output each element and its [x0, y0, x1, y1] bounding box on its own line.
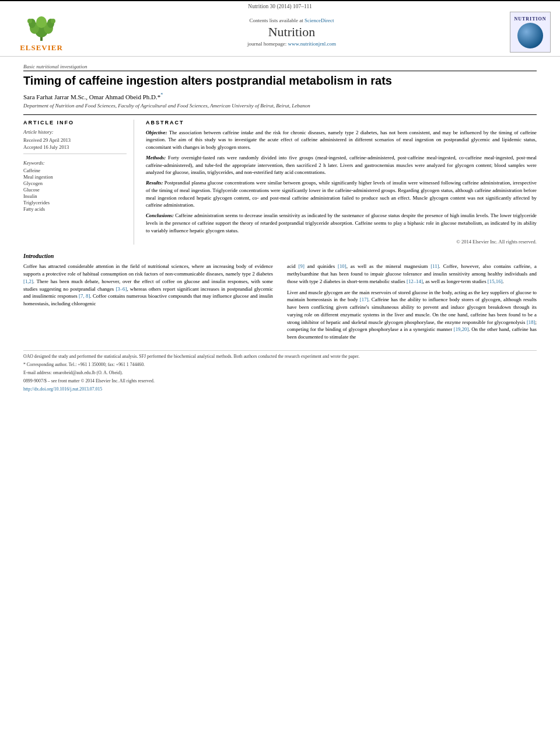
homepage-link[interactable]: www.nutritionjrnl.com — [288, 41, 336, 47]
abstract-methods: Methods: Forty overnight-fasted rats wer… — [146, 154, 537, 176]
contents-text: Contents lists available at — [250, 18, 303, 23]
article-info-title: ARTICLE INFO — [23, 120, 127, 126]
keyword-fatty-acids: Fatty acids — [23, 206, 127, 212]
footnote-area: OAO designed the study and performed the… — [23, 350, 537, 393]
objective-label: Objective: — [146, 130, 167, 135]
svg-point-7 — [27, 19, 32, 23]
abstract-text: Objective: The association between caffe… — [146, 129, 537, 235]
footnote-corresponding: * Corresponding author. Tel.: +961 1 350… — [23, 362, 537, 368]
body-right-col: acid [9] and quinides [10], as well as t… — [287, 263, 537, 344]
nutrition-globe-icon — [517, 23, 543, 48]
abstract-objective: Objective: The association between caffe… — [146, 129, 537, 151]
abstract-results: Results: Postprandial plasma glucose con… — [146, 179, 537, 209]
results-label: Results: — [146, 180, 163, 186]
intro-para-left: Coffee has attracted considerable attent… — [23, 263, 273, 308]
email-label: E-mail address: — [23, 370, 52, 375]
ref-1-2[interactable]: [1,2] — [23, 278, 33, 284]
journal-citation: Nutrition 30 (2014) 107–111 — [248, 4, 312, 9]
conclusions-label: Conclusions: — [146, 212, 174, 218]
homepage-line: journal homepage: www.nutritionjrnl.com — [74, 41, 510, 47]
body-section: Introduction Coffee has attracted consid… — [23, 253, 537, 344]
abstract-conclusions: Conclusions: Caffeine administration see… — [146, 212, 537, 234]
nutrition-logo-box: NUTRITION — [510, 12, 551, 53]
body-left-text: Coffee has attracted considerable attent… — [23, 263, 273, 308]
elsevier-logo: ELSEVIER — [9, 12, 74, 53]
journal-header-inner: ELSEVIER Contents lists available at Sci… — [0, 12, 560, 53]
doi-link[interactable]: http://dx.doi.org/10.1016/j.nut.2013.07.… — [23, 386, 102, 392]
body-right-text: acid [9] and quinides [10], as well as t… — [287, 263, 537, 341]
results-text: Postprandial plasma glucose concentratio… — [146, 180, 537, 208]
footnote-email-line: E-mail address: omarobeid@aub.edu.lb (O.… — [23, 370, 537, 376]
ref-12-14[interactable]: [12–14] — [407, 278, 423, 284]
methods-text: Forty overnight-fasted rats were randoml… — [146, 155, 537, 176]
keyword-glycogen: Glycogen — [23, 180, 127, 186]
svg-point-8 — [51, 19, 55, 23]
ref-19-20[interactable]: [19,20] — [454, 326, 469, 332]
ref-17[interactable]: [17] — [360, 297, 369, 302]
sciencedirect-link[interactable]: ScienceDirect — [304, 18, 334, 23]
footnote-oao: OAO designed the study and performed the… — [23, 354, 537, 360]
keyword-glucose: Glucose — [23, 187, 127, 193]
body-two-col: Coffee has attracted considerable attent… — [23, 263, 537, 344]
intro-para-right-2: Liver and muscle glycogen are the main r… — [287, 289, 537, 341]
history-label: Article history: — [23, 129, 127, 135]
email-address: omarobeid@aub.edu.lb (O. A. Obeid). — [53, 370, 123, 375]
keyword-meal-ingestion: Meal ingestion — [23, 174, 127, 180]
divider — [23, 154, 127, 154]
elsevier-tree-icon — [22, 12, 61, 42]
ref-10[interactable]: [10] — [338, 263, 346, 269]
corresponding-marker: * — [160, 92, 163, 97]
keyword-insulin: Insulin — [23, 193, 127, 199]
section-label: Basic nutritional investigation — [23, 64, 537, 71]
ref-18[interactable]: [18] — [527, 319, 536, 325]
authors-line: Sara Farhat Jarrar M.Sc., Omar Ahmad Obe… — [23, 92, 537, 100]
ref-9[interactable]: [9] — [299, 263, 304, 269]
keywords-label: Keywords: — [23, 160, 127, 166]
nutrition-logo-text: NUTRITION — [514, 16, 546, 22]
objective-text: The association between caffeine intake … — [146, 130, 537, 151]
elsevier-label: ELSEVIER — [20, 43, 63, 53]
doi-line: http://dx.doi.org/10.1016/j.nut.2013.07.… — [23, 386, 537, 393]
affiliation: Department of Nutrition and Food Science… — [23, 103, 537, 109]
svg-point-4 — [36, 16, 47, 28]
journal-center: Contents lists available at ScienceDirec… — [74, 18, 510, 47]
conclusions-text: Caffeine administration seems to decreas… — [146, 212, 537, 233]
ref-3-6[interactable]: [3–6] — [116, 286, 127, 292]
journal-header: Nutrition 30 (2014) 107–111 ELSEVIER — [0, 0, 560, 57]
abstract-col: ABSTRACT Objective: The association betw… — [146, 120, 537, 245]
copyright-line: © 2014 Elsevier Inc. All rights reserved… — [146, 239, 537, 245]
article-title: Timing of caffeine ingestion alters post… — [23, 74, 537, 88]
ref-11[interactable]: [11] — [430, 263, 439, 269]
keyword-triglycerides: Triglycerides — [23, 200, 127, 205]
body-left-col: Coffee has attracted considerable attent… — [23, 263, 273, 344]
journal-title: Nutrition — [74, 25, 510, 40]
accepted-date: Accepted 16 July 2013 — [23, 144, 127, 150]
homepage-prefix: journal homepage: — [247, 41, 286, 47]
abstract-title: ABSTRACT — [146, 120, 537, 126]
received-date: Received 29 April 2013 — [23, 137, 127, 143]
intro-heading: Introduction — [23, 253, 537, 259]
ref-7-8[interactable]: [7, 8] — [79, 293, 90, 299]
keyword-caffeine: Caffeine — [23, 168, 127, 173]
ref-15-16[interactable]: [15,16] — [488, 278, 503, 284]
methods-label: Methods: — [146, 155, 166, 161]
article-container: Basic nutritional investigation Timing o… — [0, 64, 560, 392]
intro-para-right-1: acid [9] and quinides [10], as well as t… — [287, 263, 537, 285]
authors-text: Sara Farhat Jarrar M.Sc., Omar Ahmad Obe… — [23, 93, 160, 100]
article-info-abstract-section: ARTICLE INFO Article history: Received 2… — [23, 114, 537, 245]
keywords-section: Keywords: Caffeine Meal ingestion Glycog… — [23, 160, 127, 212]
issn-line: 0899-9007/$ – see front matter © 2014 El… — [23, 378, 537, 385]
contents-line: Contents lists available at ScienceDirec… — [74, 18, 510, 23]
article-info-col: ARTICLE INFO Article history: Received 2… — [23, 120, 134, 245]
